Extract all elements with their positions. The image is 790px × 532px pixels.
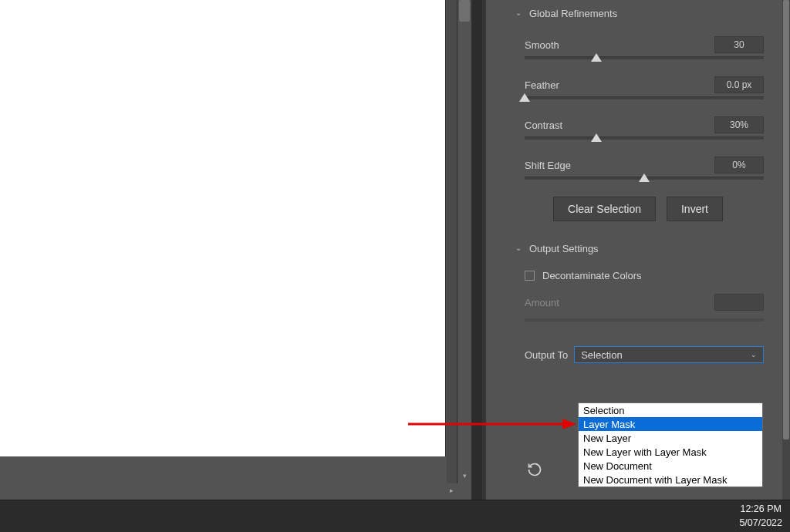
dropdown-option-selection[interactable]: Selection	[579, 403, 762, 417]
taskbar-date: 5/07/2022	[739, 516, 782, 530]
invert-button[interactable]: Invert	[667, 197, 723, 221]
document-area: ▾ ▸	[0, 0, 471, 500]
reset-icon[interactable]	[525, 460, 545, 480]
feather-track[interactable]	[525, 96, 764, 99]
slider-contrast: Contrast 30%	[486, 104, 790, 144]
dropdown-option-new-document-with-mask[interactable]: New Document with Layer Mask	[579, 473, 762, 487]
vertical-scrollbar-thumb[interactable]	[459, 0, 470, 22]
shift-edge-value[interactable]: 0%	[714, 157, 764, 173]
panel-scrollbar-thumb[interactable]	[783, 0, 789, 439]
output-to-selected: Selection	[581, 349, 622, 361]
taskbar-clock[interactable]: 12:26 PM 5/07/2022	[739, 502, 782, 530]
dropdown-option-new-layer[interactable]: New Layer	[579, 431, 762, 445]
amount-row: Amount	[486, 286, 790, 315]
canvas-gutter	[447, 0, 457, 483]
shift-edge-label: Shift Edge	[525, 160, 571, 171]
canvas[interactable]	[0, 0, 446, 456]
taskbar-time: 12:26 PM	[739, 502, 782, 516]
slider-shift-edge: Shift Edge 0%	[486, 144, 790, 184]
decontaminate-label: Decontaminate Colors	[542, 270, 642, 281]
feather-thumb[interactable]	[519, 93, 530, 102]
contrast-label: Contrast	[525, 120, 562, 131]
chevron-down-icon: ⌄	[515, 244, 522, 252]
dropdown-option-layer-mask[interactable]: Layer Mask	[579, 417, 762, 431]
decontaminate-row[interactable]: Decontaminate Colors	[486, 259, 790, 286]
section-output-settings[interactable]: ⌄ Output Settings	[486, 227, 790, 259]
smooth-value[interactable]: 30	[714, 36, 764, 53]
dropdown-option-new-layer-with-mask[interactable]: New Layer with Layer Mask	[579, 445, 762, 459]
smooth-label: Smooth	[525, 39, 559, 51]
smooth-thumb[interactable]	[591, 53, 602, 62]
shift-edge-thumb[interactable]	[639, 173, 650, 182]
shift-edge-track[interactable]	[525, 177, 764, 180]
contrast-track[interactable]	[525, 136, 764, 140]
chevron-down-icon: ⌄	[751, 351, 757, 359]
output-to-row: Output To Selection ⌄	[486, 322, 790, 363]
output-to-select[interactable]: Selection ⌄	[574, 346, 764, 363]
amount-label: Amount	[525, 297, 559, 308]
chevron-down-icon: ⌄	[515, 8, 522, 17]
section-title: Global Refinements	[529, 8, 617, 19]
slider-smooth: Smooth 30	[486, 24, 790, 64]
horizontal-scrollbar[interactable]	[0, 483, 458, 497]
slider-feather: Feather 0.0 px	[486, 64, 790, 104]
feather-value[interactable]: 0.0 px	[714, 76, 764, 93]
dropdown-option-new-document[interactable]: New Document	[579, 459, 762, 473]
clear-selection-button[interactable]: Clear Selection	[553, 197, 656, 221]
vertical-scrollbar[interactable]	[457, 0, 471, 483]
contrast-thumb[interactable]	[591, 133, 602, 142]
output-to-dropdown[interactable]: Selection Layer Mask New Layer New Layer…	[578, 402, 763, 487]
contrast-value[interactable]: 30%	[714, 116, 764, 133]
feather-label: Feather	[525, 79, 559, 91]
amount-value	[714, 294, 764, 311]
decontaminate-checkbox[interactable]	[525, 271, 535, 281]
vertical-scrollbar-down-icon[interactable]: ▾	[457, 469, 471, 483]
smooth-track[interactable]	[525, 56, 764, 59]
section-global-refinements[interactable]: ⌄ Global Refinements	[486, 0, 790, 24]
taskbar[interactable]: 12:26 PM 5/07/2022	[0, 500, 790, 532]
horizontal-scrollbar-right-icon[interactable]: ▸	[444, 483, 458, 497]
output-to-label: Output To	[525, 349, 568, 361]
section-title: Output Settings	[529, 243, 599, 254]
